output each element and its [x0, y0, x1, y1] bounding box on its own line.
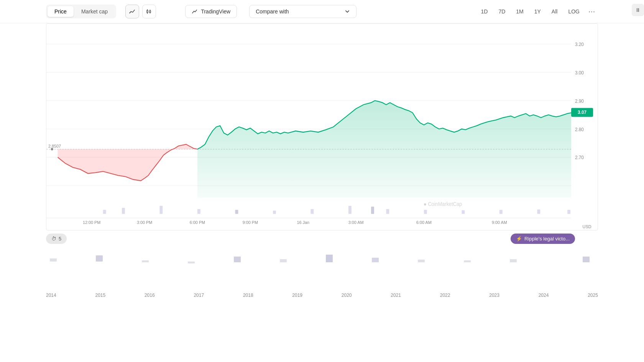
svg-rect-51 — [188, 262, 195, 263]
svg-rect-16 — [197, 209, 200, 214]
svg-text:12:00 PM: 12:00 PM — [83, 220, 100, 225]
compare-label: Compare with — [256, 8, 289, 15]
year-2019: 2019 — [292, 293, 302, 298]
marketcap-button[interactable]: Market cap — [74, 6, 115, 17]
svg-rect-24 — [462, 210, 465, 214]
svg-rect-55 — [372, 258, 379, 262]
svg-rect-50 — [142, 260, 149, 262]
chart-type-group: Price Market cap — [46, 5, 116, 18]
time-log[interactable]: LOG — [564, 6, 584, 17]
pause-button[interactable]: ⏸ — [632, 4, 644, 16]
svg-rect-21 — [371, 207, 374, 214]
time-1m[interactable]: 1M — [511, 6, 528, 17]
candle-chart-button[interactable] — [142, 5, 156, 18]
svg-rect-57 — [464, 260, 471, 262]
svg-text:3.07: 3.07 — [578, 110, 586, 115]
svg-text:9:00 AM: 9:00 AM — [492, 220, 507, 225]
svg-rect-49 — [96, 255, 103, 262]
chart-svg: 3.20 3.00 2.90 2.80 2.70 3.07 2.8507 12:… — [46, 24, 598, 230]
history-count: 5 — [59, 236, 61, 242]
svg-rect-23 — [424, 210, 427, 214]
svg-rect-22 — [386, 209, 389, 214]
timeline-labels: 2014 2015 2016 2017 2018 2019 2020 2021 … — [46, 293, 598, 298]
svg-text:3:00 PM: 3:00 PM — [137, 220, 152, 225]
ripple-label: Ripple's legal victo... — [524, 236, 570, 242]
year-2024: 2024 — [539, 293, 549, 298]
time-1d[interactable]: 1D — [476, 6, 492, 17]
time-range-group: 1D 7D 1M 1Y All LOG ··· — [476, 5, 598, 18]
year-2020: 2020 — [342, 293, 352, 298]
bottom-bar: ⏱ 5 ⚡ Ripple's legal victo... ⏸ — [46, 234, 598, 244]
svg-rect-59 — [583, 257, 590, 262]
svg-rect-48 — [50, 258, 57, 262]
timeline-container: 2014 2015 2016 2017 2018 2019 2020 2021 … — [46, 247, 598, 285]
svg-text:2.90: 2.90 — [575, 98, 584, 104]
price-chart: 3.20 3.00 2.90 2.80 2.70 3.07 2.8507 12:… — [46, 23, 598, 230]
compare-dropdown[interactable]: Compare with — [249, 5, 356, 18]
svg-rect-53 — [280, 259, 287, 262]
pause-icon: ⏸ — [635, 7, 641, 13]
chevron-down-icon — [345, 9, 350, 14]
year-2022: 2022 — [440, 293, 450, 298]
ripple-news-badge[interactable]: ⚡ Ripple's legal victo... — [511, 234, 575, 244]
svg-text:3:00 AM: 3:00 AM — [348, 220, 364, 225]
time-1y[interactable]: 1Y — [530, 6, 545, 17]
history-icon: ⏱ — [51, 236, 56, 242]
year-2017: 2017 — [194, 293, 204, 298]
year-2016: 2016 — [145, 293, 155, 298]
svg-rect-19 — [310, 209, 314, 214]
svg-rect-0 — [147, 10, 148, 13]
svg-rect-58 — [510, 259, 517, 262]
year-2015: 2015 — [95, 293, 105, 298]
price-button[interactable]: Price — [48, 6, 74, 17]
year-2025: 2025 — [588, 293, 598, 298]
svg-rect-54 — [326, 255, 333, 262]
timeline-svg — [46, 247, 598, 270]
svg-text:● CoinMarketCap: ● CoinMarketCap — [424, 201, 462, 207]
svg-rect-52 — [234, 257, 241, 262]
svg-text:6:00 PM: 6:00 PM — [190, 220, 205, 225]
line-chart-button[interactable] — [125, 5, 139, 18]
svg-rect-26 — [537, 209, 540, 214]
svg-text:16 Jan: 16 Jan — [297, 220, 309, 225]
svg-rect-14 — [122, 208, 125, 214]
svg-rect-3 — [150, 11, 151, 13]
year-2014: 2014 — [46, 293, 56, 298]
svg-text:3.00: 3.00 — [575, 70, 584, 75]
more-options-button[interactable]: ··· — [586, 5, 598, 18]
svg-rect-17 — [235, 210, 238, 214]
time-7d[interactable]: 7D — [494, 6, 510, 17]
svg-text:6:00 AM: 6:00 AM — [416, 220, 432, 225]
tradingview-button[interactable]: TradingView — [185, 5, 237, 18]
svg-text:2.80: 2.80 — [575, 127, 584, 132]
svg-rect-13 — [103, 210, 106, 214]
year-2021: 2021 — [391, 293, 401, 298]
svg-text:9:00 PM: 9:00 PM — [243, 220, 258, 225]
svg-rect-18 — [273, 211, 276, 214]
svg-text:2.8507: 2.8507 — [48, 143, 61, 148]
svg-rect-25 — [499, 210, 503, 214]
ripple-icon: ⚡ — [516, 236, 522, 242]
svg-point-36 — [51, 148, 53, 150]
svg-rect-56 — [418, 260, 425, 262]
year-2018: 2018 — [243, 293, 253, 298]
svg-rect-20 — [348, 206, 352, 214]
svg-text:2.70: 2.70 — [575, 155, 584, 160]
svg-text:3.20: 3.20 — [575, 42, 584, 47]
toolbar: Price Market cap TradingView Compare wit… — [0, 0, 644, 23]
svg-text:USD: USD — [583, 224, 591, 229]
time-all[interactable]: All — [547, 6, 562, 17]
history-badge[interactable]: ⏱ 5 — [46, 234, 67, 244]
year-2023: 2023 — [489, 293, 499, 298]
tradingview-label: TradingView — [201, 8, 230, 15]
svg-rect-27 — [567, 210, 570, 214]
svg-rect-15 — [159, 206, 163, 214]
